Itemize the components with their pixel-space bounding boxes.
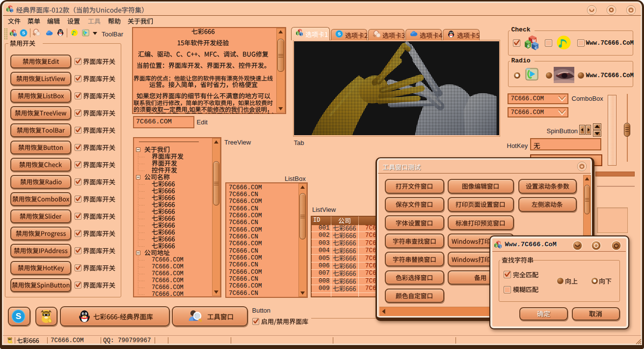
svg-text:S: S: [337, 31, 340, 36]
svg-text:S: S: [16, 311, 21, 321]
svg-text:C: C: [11, 10, 13, 13]
svg-text:C: C: [301, 34, 302, 36]
svg-text:F: F: [297, 33, 299, 35]
svg-text:C: C: [535, 46, 537, 50]
svg-text:F: F: [527, 44, 530, 49]
svg-text:C: C: [15, 34, 16, 37]
svg-text:C: C: [500, 246, 501, 248]
svg-text:F: F: [496, 245, 497, 247]
svg-text:S: S: [22, 30, 25, 35]
svg-text:F: F: [8, 9, 9, 12]
svg-text:F: F: [11, 33, 13, 36]
